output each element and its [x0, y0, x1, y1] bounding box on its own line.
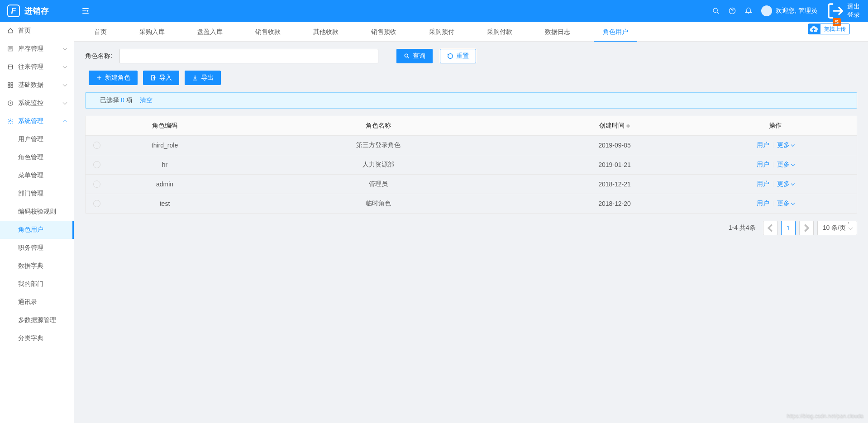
more-dropdown[interactable]: 更多	[777, 161, 794, 169]
tab-盘盈入库[interactable]: 盘盈入库	[188, 22, 232, 42]
sidebar-item-系统管理[interactable]: 系统管理	[0, 112, 74, 130]
cell-code: admin	[108, 175, 221, 194]
tab-采购付款[interactable]: 采购付款	[478, 22, 521, 42]
svg-rect-7	[11, 86, 13, 87]
tab-数据日志[interactable]: 数据日志	[536, 22, 579, 42]
logo-icon: F	[7, 5, 20, 17]
sidebar-sub-菜单管理[interactable]: 菜单管理	[0, 166, 74, 185]
sidebar-item-库存管理[interactable]: 库存管理	[0, 40, 74, 58]
row-radio[interactable]	[93, 181, 100, 188]
row-radio[interactable]	[93, 200, 100, 207]
role-name-input[interactable]	[119, 49, 378, 63]
sidebar-sub-分类字典[interactable]: 分类字典	[0, 329, 74, 347]
tab-销售收款[interactable]: 销售收款	[246, 22, 290, 42]
user-link[interactable]: 用户	[757, 200, 769, 208]
upload-widget[interactable]: 拖拽上传	[808, 24, 850, 34]
menu-fold-icon[interactable]	[81, 7, 90, 15]
selected-count: 0	[121, 96, 124, 104]
search-icon[interactable]	[712, 7, 720, 14]
cell-name: 临时角色	[221, 194, 535, 213]
svg-point-0	[713, 8, 717, 12]
prev-page-button[interactable]	[763, 221, 777, 235]
user-area[interactable]: 欢迎您, 管理员	[761, 5, 817, 16]
table-header: 角色编码 角色名称 创建时间 操作	[86, 116, 857, 136]
th-name[interactable]: 角色名称	[221, 116, 535, 135]
cell-code: test	[108, 194, 221, 213]
welcome-text: 欢迎您, 管理员	[776, 7, 817, 15]
sidebar-sub-多数据源管理[interactable]: 多数据源管理	[0, 311, 74, 329]
logo[interactable]: F 进销存	[7, 5, 74, 17]
cell-code: third_role	[108, 136, 221, 155]
upload-label: 拖拽上传	[820, 24, 850, 34]
export-button[interactable]: 导出	[185, 71, 221, 85]
sidebar-sub-通讯录[interactable]: 通讯录	[0, 293, 74, 311]
role-table: 角色编码 角色名称 创建时间 操作 third_role 第三方登录角色 201…	[85, 116, 857, 214]
tab-角色用户[interactable]: 角色用户	[594, 22, 637, 42]
list-icon	[7, 46, 14, 52]
sidebar-sub-部门管理[interactable]: 部门管理	[0, 185, 74, 203]
bell-icon[interactable]	[745, 7, 752, 14]
cell-date: 2018-12-20	[535, 194, 694, 213]
next-page-button[interactable]	[799, 221, 814, 235]
svg-point-9	[10, 120, 11, 122]
cell-date: 2019-09-05	[535, 136, 694, 155]
page-info: 1-4 共4条	[729, 224, 756, 232]
import-button[interactable]: 导入	[143, 71, 179, 85]
row-radio[interactable]	[93, 142, 100, 149]
user-link[interactable]: 用户	[757, 180, 769, 188]
chevron-down-icon	[791, 162, 794, 166]
clear-selection-link[interactable]: 清空	[140, 96, 153, 105]
more-dropdown[interactable]: 更多	[777, 200, 794, 208]
plus-icon	[96, 75, 102, 81]
row-radio[interactable]	[93, 161, 100, 168]
sidebar-sub-职务管理[interactable]: 职务管理	[0, 239, 74, 257]
cell-code: hr	[108, 155, 221, 174]
svg-point-10	[405, 54, 408, 57]
logout-label: 退出登录	[847, 3, 861, 19]
new-role-button[interactable]: 新建角色	[89, 71, 138, 85]
user-link[interactable]: 用户	[757, 161, 769, 169]
sidebar-sub-角色管理[interactable]: 角色管理	[0, 148, 74, 166]
more-dropdown[interactable]: 更多	[777, 141, 794, 149]
sidebar-sub-角色用户[interactable]: 角色用户	[0, 221, 74, 239]
sidebar-item-首页[interactable]: 首页	[0, 22, 74, 40]
ime-indicator: S ，	[844, 217, 852, 225]
sidebar-item-往来管理[interactable]: 往来管理	[0, 58, 74, 76]
gear-icon	[7, 118, 14, 124]
cell-name: 第三方登录角色	[221, 136, 535, 155]
table-row: admin 管理员 2018-12-21 用户 更多	[86, 175, 857, 194]
th-code[interactable]: 角色编码	[108, 116, 221, 135]
cell-name: 人力资源部	[221, 155, 535, 174]
page-1-button[interactable]: 1	[781, 221, 796, 235]
sidebar-sub-我的部门[interactable]: 我的部门	[0, 275, 74, 293]
sidebar-item-系统监控[interactable]: 系统监控	[0, 94, 74, 112]
tab-首页[interactable]: 首页	[85, 22, 116, 42]
pagination: 1-4 共4条 1 10 条/页	[85, 221, 857, 235]
cell-date: 2019-01-21	[535, 155, 694, 174]
sidebar-sub-用户管理[interactable]: 用户管理	[0, 130, 74, 148]
th-date[interactable]: 创建时间	[535, 116, 694, 135]
query-button[interactable]: 查询	[396, 49, 433, 63]
sidebar-item-基础数据[interactable]: 基础数据	[0, 76, 74, 94]
table-row: hr 人力资源部 2019-01-21 用户 更多	[86, 155, 857, 175]
user-link[interactable]: 用户	[757, 141, 769, 149]
selection-alert: 已选择 0 项 清空	[85, 92, 857, 109]
dashboard-icon	[7, 100, 14, 106]
svg-rect-4	[8, 83, 10, 85]
tab-采购预付[interactable]: 采购预付	[420, 22, 463, 42]
cell-name: 管理员	[221, 175, 535, 194]
tab-销售预收[interactable]: 销售预收	[362, 22, 405, 42]
logout-button[interactable]: 退出登录	[826, 2, 861, 20]
svg-rect-6	[8, 86, 10, 87]
home-icon	[7, 28, 14, 34]
reset-button[interactable]: 重置	[440, 49, 476, 63]
sidebar-sub-数据字典[interactable]: 数据字典	[0, 257, 74, 275]
help-icon[interactable]	[729, 7, 736, 14]
tab-采购入库[interactable]: 采购入库	[130, 22, 174, 42]
more-dropdown[interactable]: 更多	[777, 180, 794, 188]
sidebar-sub-编码校验规则[interactable]: 编码校验规则	[0, 203, 74, 221]
search-label: 角色名称:	[85, 52, 112, 60]
svg-rect-3	[8, 65, 12, 69]
tab-其他收款[interactable]: 其他收款	[304, 22, 348, 42]
content-area: 拖拽上传 首页采购入库盘盈入库销售收款其他收款销售预收采购预付采购付款数据日志角…	[74, 22, 868, 423]
